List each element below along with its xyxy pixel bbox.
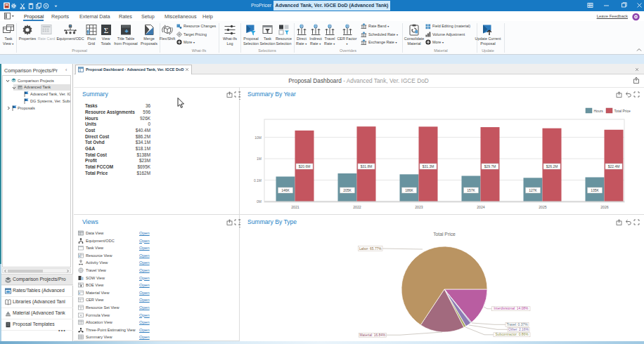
svg-text:$20.6M: $20.6M	[299, 164, 311, 168]
svg-text:$22.4M: $22.4M	[608, 164, 620, 168]
svg-text:Labor: 65.77%: Labor: 65.77%	[359, 247, 382, 251]
svg-text:2022: 2022	[353, 205, 361, 209]
svg-text:$31.3M: $31.3M	[423, 164, 434, 168]
svg-text:0M: 0M	[257, 199, 262, 204]
svg-text:$29.7M: $29.7M	[484, 164, 496, 168]
svg-text:Material: 16.84%: Material: 16.84%	[360, 333, 386, 337]
svg-text:Subcontractor: 0.86%: Subcontractor: 0.86%	[495, 333, 529, 336]
svg-text:1M: 1M	[257, 157, 262, 161]
svg-text:Σ: Σ	[103, 26, 108, 34]
svg-text:Hours: Hours	[594, 109, 604, 113]
svg-text:2024: 2024	[477, 205, 485, 209]
svg-text:2023: 2023	[415, 205, 423, 209]
svg-text:135K: 135K	[591, 188, 599, 192]
svg-text:10M: 10M	[255, 135, 262, 140]
svg-text:205K: 205K	[343, 188, 352, 192]
svg-text:Total Price: Total Price	[433, 232, 456, 237]
svg-text:2026: 2026	[600, 205, 609, 209]
svg-text:146K: 146K	[281, 188, 290, 192]
svg-text:$31.8M: $31.8M	[361, 164, 373, 168]
svg-text:2021: 2021	[291, 205, 300, 209]
svg-text:0.1M: 0.1M	[254, 178, 262, 183]
svg-text:Travel: 0.37%: Travel: 0.37%	[507, 323, 529, 326]
svg-text:Interdivisional: 14.08%: Interdivisional: 14.08%	[494, 307, 529, 310]
svg-text:Other: 2.16%: Other: 2.16%	[508, 328, 529, 331]
svg-text:Total Price: Total Price	[614, 109, 631, 113]
svg-text:157K: 157K	[467, 188, 475, 192]
svg-text:$26.2M: $26.2M	[546, 164, 558, 168]
svg-text:186K: 186K	[405, 188, 413, 192]
svg-text:127K: 127K	[529, 188, 537, 192]
svg-text:2025: 2025	[539, 205, 547, 209]
